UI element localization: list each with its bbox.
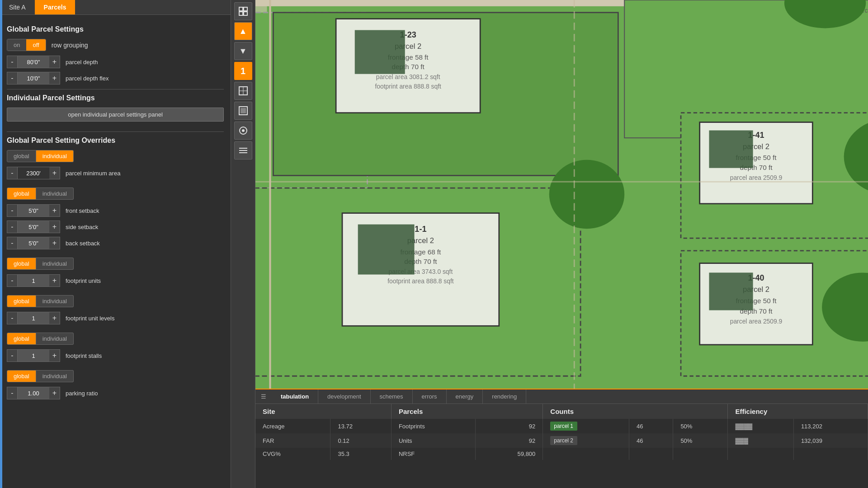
footprint-units-section: global individual - 1 + footprint units — [7, 258, 224, 287]
parking-ratio-minus[interactable]: - — [7, 387, 18, 399]
tab-development[interactable]: development — [318, 389, 370, 404]
back-setback-minus[interactable]: - — [7, 237, 18, 249]
side-setback-value: 5'0" — [18, 221, 49, 233]
min-area-section: global individual - 2300' + parcel minim… — [7, 150, 224, 179]
layer-num-btn[interactable]: 1 — [234, 62, 252, 80]
front-setback-plus[interactable]: + — [49, 204, 60, 217]
footprint-units-individual-btn[interactable]: individual — [36, 258, 74, 270]
parking-ratio-section: global individual - 1.00 + parking ratio — [7, 370, 224, 399]
footprint-stalls-section: global individual - 1 + footprint stalls — [7, 333, 224, 362]
col-site-header: Site — [255, 404, 391, 419]
back-setback-label: back setback — [66, 240, 100, 247]
min-area-individual-btn[interactable]: individual — [36, 150, 74, 162]
tab-rendering[interactable]: rendering — [483, 389, 526, 404]
left-panel: Site A Parcels Global Parcel Settings on… — [0, 0, 231, 488]
map-view-1-btn[interactable] — [234, 82, 252, 100]
parcel-depth-flex-plus[interactable]: + — [49, 72, 60, 84]
parking-ratio-value: 1.00 — [18, 387, 49, 399]
min-area-global-btn[interactable]: global — [7, 150, 36, 162]
empty-cell-4 — [728, 448, 793, 460]
individual-parcel-title: Individual Parcel Settings — [7, 94, 224, 102]
parcel1-badge-cell: parcel 1 — [543, 419, 629, 433]
zoom-in-btn[interactable]: ▲ — [234, 22, 252, 40]
toggle-off-btn[interactable]: off — [26, 39, 45, 51]
footprint-stalls-minus[interactable]: - — [7, 349, 18, 362]
table-row: Acreage 13.72 Footprints 92 parcel 1 46 … — [255, 419, 868, 433]
front-setback-label: front setback — [66, 207, 99, 214]
front-setback-minus[interactable]: - — [7, 204, 18, 217]
bottom-tabs: ☰ tabulation development schemes errors … — [255, 389, 868, 404]
parcel1-badge: parcel 1 — [550, 422, 577, 431]
svg-text:parcel area 2509.9: parcel area 2509.9 — [730, 318, 783, 325]
footprint-stalls-value: 1 — [18, 349, 49, 362]
svg-rect-1 — [244, 7, 247, 11]
footprint-units-label: footprint units — [66, 277, 101, 284]
main-layout: Site A Parcels Global Parcel Settings on… — [0, 0, 868, 488]
layers-btn[interactable] — [234, 141, 252, 160]
footprint-stalls-global-btn[interactable]: global — [7, 333, 36, 345]
setbacks-global-btn[interactable]: global — [7, 188, 36, 200]
footprint-units-global-btn[interactable]: global — [7, 258, 36, 270]
nrsf-label: NRSF — [391, 448, 475, 460]
svg-text:footprint area 888.8 sqft: footprint area 888.8 sqft — [375, 83, 441, 90]
svg-point-58 — [549, 160, 624, 229]
tab-schemes[interactable]: schemes — [371, 389, 413, 404]
side-setback-plus[interactable]: + — [49, 221, 60, 233]
hamburger-btn[interactable]: ☰ — [255, 389, 272, 404]
right-section: 1-23 parcel 2 frontage 58 ft depth 70 ft… — [255, 0, 868, 488]
footprint-stalls-plus[interactable]: + — [49, 349, 60, 362]
tab-errors[interactable]: errors — [413, 389, 447, 404]
tab-energy[interactable]: energy — [447, 389, 483, 404]
side-setback-minus[interactable]: - — [7, 221, 18, 233]
parcel-depth-flex-value: 10'0" — [18, 72, 49, 84]
footprint-unit-levels-individual-btn[interactable]: individual — [36, 295, 74, 307]
cvg-label: CVG% — [255, 448, 330, 460]
map-view-2-btn[interactable] — [234, 102, 252, 120]
footprint-stalls-gi-toggle: global individual — [7, 333, 224, 345]
empty-cell-5 — [793, 448, 868, 460]
tab-parcels[interactable]: Parcels — [35, 0, 75, 14]
front-setback-value: 5'0" — [18, 204, 49, 217]
footprint-unit-levels-plus[interactable]: + — [49, 312, 60, 324]
far-label: FAR — [255, 433, 330, 448]
svg-rect-3 — [244, 12, 247, 15]
back-setback-plus[interactable]: + — [49, 237, 60, 249]
zoom-out-btn[interactable]: ▼ — [234, 42, 252, 60]
open-individual-settings-btn[interactable]: open individual parcel settings panel — [7, 108, 224, 122]
setbacks-individual-btn[interactable]: individual — [36, 188, 74, 200]
min-area-label: parcel minimum area — [66, 170, 120, 177]
parking-ratio-plus[interactable]: + — [49, 387, 60, 399]
row-grouping-toggle: on off — [7, 39, 46, 51]
parking-ratio-individual-btn[interactable]: individual — [36, 370, 74, 382]
svg-rect-8 — [241, 108, 246, 113]
min-area-plus[interactable]: + — [49, 167, 60, 179]
footprint-units-plus[interactable]: + — [49, 274, 60, 287]
parking-ratio-gi-toggle: global individual — [7, 370, 224, 382]
parcel-depth-label: parcel depth — [66, 59, 98, 66]
min-area-minus[interactable]: - — [7, 167, 18, 179]
row-grouping-label: row grouping — [52, 42, 88, 49]
acreage-value: 13.72 — [330, 419, 391, 433]
map-area[interactable]: 1-23 parcel 2 frontage 58 ft depth 70 ft… — [255, 0, 868, 389]
footprint-unit-levels-global-btn[interactable]: global — [7, 295, 36, 307]
tab-site-a[interactable]: Site A — [0, 0, 35, 14]
parcel-depth-plus[interactable]: + — [49, 56, 60, 68]
footprint-units-minus[interactable]: - — [7, 274, 18, 287]
efficiency-val2: ▓▓▓ — [728, 433, 793, 448]
cvg-value: 35.3 — [330, 448, 391, 460]
global-parcel-title: Global Parcel Settings — [7, 25, 224, 33]
back-setback-value: 5'0" — [18, 237, 49, 249]
parcel2-badge: parcel 2 — [550, 436, 577, 445]
parking-ratio-global-btn[interactable]: global — [7, 370, 36, 382]
parcel-depth-flex-minus[interactable]: - — [7, 72, 18, 84]
toggle-on-btn[interactable]: on — [7, 39, 26, 51]
units-label: Units — [391, 433, 475, 448]
circle-view-btn[interactable] — [234, 122, 252, 140]
col-parcels-header: Parcels — [391, 404, 542, 419]
footprint-stalls-individual-btn[interactable]: individual — [36, 333, 74, 345]
back-setback-row: - 5'0" + back setback — [7, 237, 224, 249]
tab-tabulation[interactable]: tabulation — [272, 389, 318, 404]
grid-view-btn[interactable] — [234, 2, 252, 20]
footprint-unit-levels-minus[interactable]: - — [7, 312, 18, 324]
parcel-depth-minus[interactable]: - — [7, 56, 18, 68]
